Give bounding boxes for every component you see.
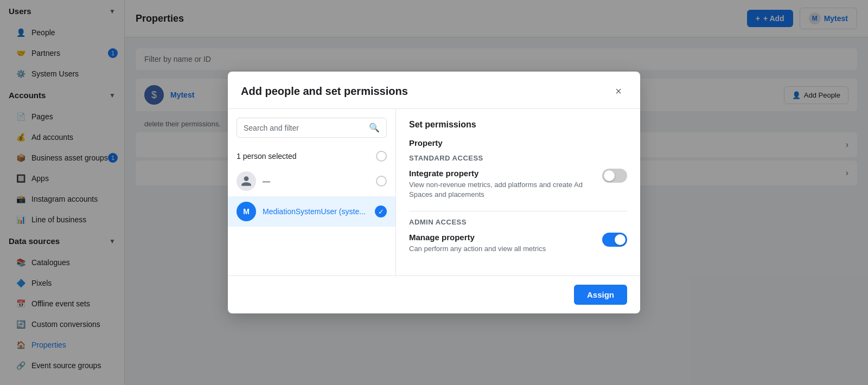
user-check-2[interactable]: ✓ [375, 206, 387, 217]
manage-property-name: Manage property [409, 233, 593, 242]
user-radio-1[interactable] [376, 176, 387, 187]
user-name-1: — [263, 177, 369, 185]
search-box[interactable]: 🔍 [237, 118, 387, 138]
modal-body: 🔍 1 person selected — M Med [228, 109, 640, 275]
integrate-property-info: Integrate property View non-revenue metr… [409, 169, 593, 200]
integrate-property-toggle[interactable] [602, 169, 627, 183]
selected-count-row: 1 person selected [228, 146, 395, 166]
search-input[interactable] [244, 124, 365, 132]
manage-toggle-track[interactable] [602, 233, 627, 247]
section-divider [409, 211, 627, 211]
property-label: Property [409, 138, 627, 147]
modal-title: Add people and set permissions [241, 85, 408, 98]
modal-close-button[interactable]: × [610, 82, 627, 100]
user-item-2[interactable]: M MediationSystemUser (syste... ✓ [228, 196, 395, 227]
user-name-2: MediationSystemUser (syste... [263, 207, 368, 216]
integrate-property-name: Integrate property [409, 169, 593, 178]
integrate-property-desc: View non-revenue metrics, add platforms … [409, 180, 593, 200]
modal-left-panel: 🔍 1 person selected — M Med [228, 109, 396, 275]
modal-dialog: Add people and set permissions × 🔍 1 per… [228, 72, 640, 313]
manage-property-desc: Can perform any action and view all metr… [409, 244, 593, 254]
user-item-1[interactable]: — [228, 166, 395, 196]
search-icon: 🔍 [369, 123, 380, 133]
standard-access-title: Standard access [409, 154, 627, 162]
manage-toggle-thumb [615, 234, 626, 245]
modal-right-panel: Set permissions Property Standard access… [396, 109, 640, 275]
selected-count: 1 person selected [237, 152, 297, 161]
permissions-title: Set permissions [409, 120, 627, 130]
modal-overlay: Add people and set permissions × 🔍 1 per… [0, 0, 868, 385]
integrate-property-row: Integrate property View non-revenue metr… [409, 169, 627, 200]
admin-access-title: Admin access [409, 218, 627, 226]
integrate-toggle-thumb [604, 170, 615, 181]
assign-button[interactable]: Assign [574, 285, 627, 305]
modal-footer: Assign [228, 275, 640, 313]
manage-property-toggle[interactable] [602, 233, 627, 247]
manage-property-info: Manage property Can perform any action a… [409, 233, 593, 254]
user-avatar-2: M [237, 202, 256, 221]
manage-property-row: Manage property Can perform any action a… [409, 233, 627, 254]
deselect-radio[interactable] [376, 151, 387, 162]
user-avatar-1 [237, 171, 256, 191]
integrate-toggle-track[interactable] [602, 169, 627, 183]
modal-header: Add people and set permissions × [228, 72, 640, 109]
